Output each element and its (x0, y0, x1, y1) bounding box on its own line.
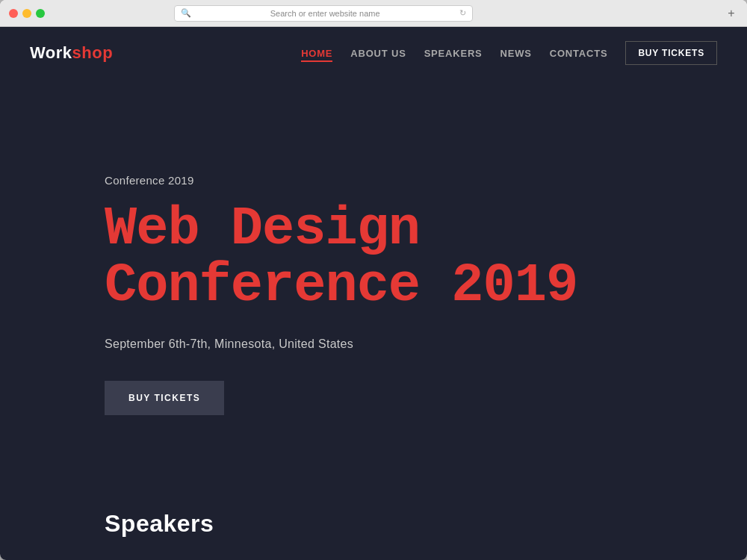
website-content: Workshop HOME ABOUT US SPEAKERS NEWS CON… (0, 27, 747, 560)
speakers-section: Speakers (0, 510, 747, 560)
traffic-lights (9, 9, 45, 18)
nav-buy-tickets-button[interactable]: BUY TICKETS (625, 41, 717, 65)
close-button[interactable] (9, 9, 18, 18)
hero-buy-tickets-button[interactable]: BUY TICKETS (105, 381, 224, 415)
hero-title-line2: Conference 2019 (105, 255, 577, 317)
nav-links: HOME ABOUT US SPEAKERS NEWS CONTACTS BUY… (301, 41, 717, 65)
browser-chrome: 🔍 Search or enter website name ↻ + (0, 0, 747, 27)
address-bar-text: Search or enter website name (196, 9, 455, 18)
logo-part1: Work (30, 43, 72, 62)
address-bar[interactable]: 🔍 Search or enter website name ↻ (174, 5, 473, 22)
hero-title-line1: Web Design (105, 199, 420, 260)
speakers-heading: Speakers (105, 510, 642, 538)
conference-label: Conference 2019 (105, 174, 642, 187)
fullscreen-button[interactable] (36, 9, 45, 18)
hero-subtitle: September 6th-7th, Minnesota, United Sta… (105, 337, 642, 351)
logo-part2: shop (72, 43, 114, 62)
minimize-button[interactable] (22, 9, 31, 18)
hero-section: Conference 2019 Web Design Conference 20… (0, 79, 747, 510)
nav-item-speakers[interactable]: SPEAKERS (424, 48, 483, 59)
nav-item-contacts[interactable]: CONTACTS (550, 48, 608, 59)
new-tab-button[interactable]: + (725, 7, 738, 20)
navbar: Workshop HOME ABOUT US SPEAKERS NEWS CON… (0, 27, 747, 79)
nav-item-news[interactable]: NEWS (500, 48, 532, 59)
nav-item-home[interactable]: HOME (301, 48, 332, 62)
hero-title: Web Design Conference 2019 (105, 202, 642, 314)
browser-window: 🔍 Search or enter website name ↻ + Works… (0, 0, 747, 560)
logo[interactable]: Workshop (30, 43, 113, 63)
nav-item-about[interactable]: ABOUT US (350, 48, 406, 59)
